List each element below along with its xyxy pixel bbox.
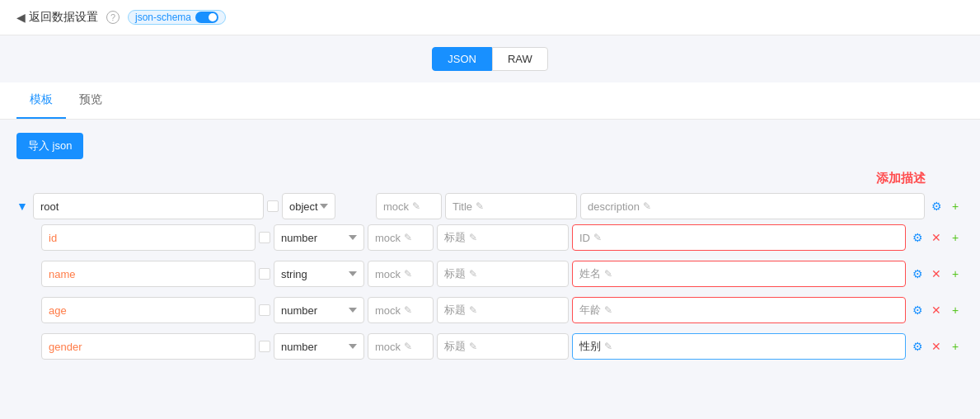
help-icon[interactable]: ? [106, 11, 120, 24]
age-desc-field: 年龄 ✎ [572, 297, 906, 323]
gender-row: numberstringobjectarrayboolean mock ✎ 标题… [16, 333, 964, 360]
id-row: numberstringobjectarrayboolean mock ✎ 标题… [16, 224, 964, 251]
age-name-input[interactable] [41, 297, 256, 323]
name-name-input[interactable] [41, 261, 256, 287]
page-title: 返回数据设置 [29, 10, 98, 25]
name-title-edit-icon[interactable]: ✎ [469, 268, 477, 280]
name-desc-field: 姓名 ✎ [572, 261, 906, 287]
gender-mock-field: mock ✎ [368, 333, 434, 360]
root-desc-field: description ✎ [580, 193, 925, 219]
format-bar: JSON RAW [0, 35, 980, 82]
tabs: 模板 预览 [16, 82, 964, 119]
age-mock-field: mock ✎ [368, 297, 434, 323]
age-actions: ⚙ ✕ + [909, 302, 964, 318]
raw-format-btn[interactable]: RAW [492, 47, 548, 71]
name-mock-edit-icon[interactable]: ✎ [404, 268, 412, 280]
root-plus-icon[interactable]: + [947, 198, 964, 214]
name-type-select[interactable]: stringnumberobjectarrayboolean [274, 261, 364, 287]
id-mock-field: mock ✎ [368, 224, 434, 251]
id-title-edit-icon[interactable]: ✎ [469, 232, 477, 243]
id-mock-edit-icon[interactable]: ✎ [404, 232, 412, 243]
tab-preview[interactable]: 预览 [66, 82, 115, 119]
root-desc-edit-icon[interactable]: ✎ [643, 200, 651, 212]
root-mock-field: mock ✎ [376, 193, 442, 219]
gender-desc-field[interactable]: 性别 ✎ [572, 333, 906, 360]
back-icon: ◀ [16, 11, 26, 24]
root-type-select[interactable]: objectarraystringnumberboolean [282, 193, 335, 219]
id-gear-icon[interactable]: ⚙ [909, 229, 926, 246]
name-mock-field: mock ✎ [368, 261, 434, 287]
import-json-button[interactable]: 导入 json [16, 133, 83, 159]
gender-title-edit-icon[interactable]: ✎ [469, 341, 477, 352]
toolbar: 导入 json [16, 133, 964, 159]
toggle-switch[interactable] [195, 12, 218, 23]
id-title-field: 标题 ✎ [437, 224, 569, 251]
age-gear-icon[interactable]: ⚙ [909, 302, 926, 318]
id-desc-edit-icon[interactable]: ✎ [593, 232, 602, 243]
id-checkbox[interactable] [259, 232, 270, 243]
add-description-label: 添加描述 [876, 171, 934, 185]
name-close-icon[interactable]: ✕ [928, 266, 945, 282]
id-type-select[interactable]: numberstringobjectarrayboolean [274, 224, 364, 251]
id-name-input[interactable] [41, 224, 256, 251]
root-mock-edit-icon[interactable]: ✎ [412, 200, 420, 212]
id-desc-field: ID ✎ [572, 224, 906, 251]
top-bar: ◀ 返回数据设置 ? json-schema [0, 0, 980, 35]
age-close-icon[interactable]: ✕ [928, 302, 945, 318]
name-desc-edit-icon[interactable]: ✎ [604, 268, 612, 280]
name-title-field: 标题 ✎ [437, 261, 569, 287]
age-desc-edit-icon[interactable]: ✎ [604, 304, 612, 316]
age-plus-icon[interactable]: + [947, 302, 964, 318]
root-name-input[interactable] [33, 193, 264, 219]
json-schema-toggle[interactable]: json-schema [128, 10, 226, 25]
gender-mock-edit-icon[interactable]: ✎ [404, 341, 412, 352]
back-link[interactable]: ◀ 返回数据设置 [16, 10, 98, 25]
age-title-edit-icon[interactable]: ✎ [469, 304, 477, 316]
age-type-select[interactable]: numberstringobjectarrayboolean [274, 297, 364, 323]
age-row: numberstringobjectarrayboolean mock ✎ 标题… [16, 297, 964, 323]
gender-plus-icon[interactable]: + [947, 338, 964, 355]
tab-section: 模板 预览 [0, 82, 980, 120]
gender-name-input[interactable] [41, 333, 256, 360]
gender-title-field: 标题 ✎ [437, 333, 569, 360]
gender-type-select[interactable]: numberstringobjectarrayboolean [274, 333, 364, 360]
gender-close-icon[interactable]: ✕ [928, 338, 945, 355]
tab-template[interactable]: 模板 [16, 82, 66, 119]
name-plus-icon[interactable]: + [947, 266, 964, 282]
age-checkbox[interactable] [259, 304, 270, 316]
root-title-field: Title ✎ [445, 193, 577, 219]
root-actions: ⚙ + [928, 198, 964, 214]
json-format-btn[interactable]: JSON [432, 47, 492, 71]
age-title-field: 标题 ✎ [437, 297, 569, 323]
age-mock-edit-icon[interactable]: ✎ [404, 304, 412, 316]
root-title-edit-icon[interactable]: ✎ [476, 200, 484, 212]
name-actions: ⚙ ✕ + [909, 266, 964, 282]
main-content: 导入 json 添加描述 ▼ objectarraystringnumberbo… [0, 120, 980, 378]
gender-checkbox[interactable] [259, 341, 270, 352]
root-checkbox[interactable] [267, 200, 279, 212]
expand-icon[interactable]: ▼ [16, 200, 30, 213]
name-gear-icon[interactable]: ⚙ [909, 266, 926, 282]
name-checkbox[interactable] [259, 268, 270, 280]
id-close-icon[interactable]: ✕ [928, 229, 945, 246]
child-rows: numberstringobjectarrayboolean mock ✎ 标题… [16, 224, 964, 365]
root-row: ▼ objectarraystringnumberboolean mock ✎ … [16, 193, 964, 219]
id-actions: ⚙ ✕ + [909, 229, 964, 246]
gender-gear-icon[interactable]: ⚙ [909, 338, 926, 355]
gender-desc-edit-icon[interactable]: ✎ [604, 341, 612, 352]
name-row: stringnumberobjectarrayboolean mock ✎ 标题… [16, 261, 964, 287]
id-plus-icon[interactable]: + [947, 229, 964, 246]
gender-actions: ⚙ ✕ + [909, 338, 964, 355]
root-gear-icon[interactable]: ⚙ [928, 198, 945, 214]
